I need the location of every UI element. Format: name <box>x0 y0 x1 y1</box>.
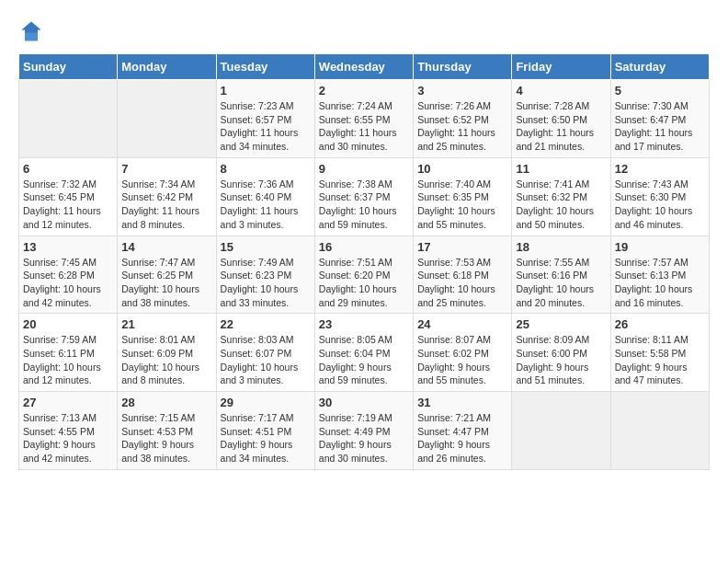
calendar-table: SundayMondayTuesdayWednesdayThursdayFrid… <box>18 53 710 470</box>
calendar-header: SundayMondayTuesdayWednesdayThursdayFrid… <box>19 54 710 80</box>
day-cell: 21Sunrise: 8:01 AM Sunset: 6:09 PM Dayli… <box>118 314 216 392</box>
day-info: Sunrise: 7:26 AM Sunset: 6:52 PM Dayligh… <box>417 99 507 154</box>
day-number: 18 <box>516 240 606 254</box>
day-info: Sunrise: 8:01 AM Sunset: 6:09 PM Dayligh… <box>121 333 211 387</box>
day-info: Sunrise: 7:53 AM Sunset: 6:18 PM Dayligh… <box>417 256 507 310</box>
day-cell <box>610 392 709 470</box>
day-cell: 5Sunrise: 7:30 AM Sunset: 6:47 PM Daylig… <box>610 80 709 158</box>
day-cell: 16Sunrise: 7:51 AM Sunset: 6:20 PM Dayli… <box>314 236 413 314</box>
day-cell: 2Sunrise: 7:24 AM Sunset: 6:55 PM Daylig… <box>314 80 413 158</box>
week-row-4: 20Sunrise: 7:59 AM Sunset: 6:11 PM Dayli… <box>19 314 710 392</box>
day-number: 15 <box>221 240 311 254</box>
day-number: 19 <box>615 240 705 254</box>
day-info: Sunrise: 7:30 AM Sunset: 6:47 PM Dayligh… <box>615 99 705 154</box>
column-header-saturday: Saturday <box>610 54 709 80</box>
column-header-friday: Friday <box>512 54 610 80</box>
day-info: Sunrise: 7:34 AM Sunset: 6:42 PM Dayligh… <box>121 178 211 232</box>
day-number: 3 <box>417 84 507 98</box>
day-cell: 19Sunrise: 7:57 AM Sunset: 6:13 PM Dayli… <box>610 236 709 314</box>
day-info: Sunrise: 7:23 AM Sunset: 6:57 PM Dayligh… <box>221 99 311 154</box>
week-row-2: 6Sunrise: 7:32 AM Sunset: 6:45 PM Daylig… <box>19 157 710 236</box>
day-cell: 30Sunrise: 7:19 AM Sunset: 4:49 PM Dayli… <box>314 392 413 470</box>
day-cell <box>19 80 118 158</box>
day-info: Sunrise: 7:21 AM Sunset: 4:47 PM Dayligh… <box>417 411 507 465</box>
week-row-5: 27Sunrise: 7:13 AM Sunset: 4:55 PM Dayli… <box>19 392 710 470</box>
day-cell: 9Sunrise: 7:38 AM Sunset: 6:37 PM Daylig… <box>314 157 413 236</box>
day-cell: 11Sunrise: 7:41 AM Sunset: 6:32 PM Dayli… <box>512 157 610 236</box>
day-cell: 20Sunrise: 7:59 AM Sunset: 6:11 PM Dayli… <box>19 314 118 392</box>
day-cell: 10Sunrise: 7:40 AM Sunset: 6:35 PM Dayli… <box>414 157 512 236</box>
day-cell: 28Sunrise: 7:15 AM Sunset: 4:53 PM Dayli… <box>118 392 216 470</box>
day-cell: 8Sunrise: 7:36 AM Sunset: 6:40 PM Daylig… <box>216 157 314 236</box>
day-info: Sunrise: 7:15 AM Sunset: 4:53 PM Dayligh… <box>121 411 211 465</box>
day-cell: 24Sunrise: 8:07 AM Sunset: 6:02 PM Dayli… <box>414 314 512 392</box>
page-header <box>18 18 710 44</box>
day-cell: 31Sunrise: 7:21 AM Sunset: 4:47 PM Dayli… <box>414 392 512 470</box>
day-info: Sunrise: 7:57 AM Sunset: 6:13 PM Dayligh… <box>615 256 705 310</box>
column-header-monday: Monday <box>118 54 216 80</box>
column-header-thursday: Thursday <box>414 54 512 80</box>
day-info: Sunrise: 7:59 AM Sunset: 6:11 PM Dayligh… <box>23 333 113 387</box>
day-cell <box>512 392 610 470</box>
day-info: Sunrise: 8:11 AM Sunset: 5:58 PM Dayligh… <box>615 333 705 387</box>
day-number: 22 <box>221 317 311 331</box>
day-number: 5 <box>615 84 705 98</box>
day-number: 26 <box>615 317 705 331</box>
day-cell: 3Sunrise: 7:26 AM Sunset: 6:52 PM Daylig… <box>414 80 512 158</box>
day-info: Sunrise: 8:03 AM Sunset: 6:07 PM Dayligh… <box>221 333 311 387</box>
day-number: 23 <box>319 317 409 331</box>
day-info: Sunrise: 7:38 AM Sunset: 6:37 PM Dayligh… <box>319 178 409 232</box>
day-info: Sunrise: 7:45 AM Sunset: 6:28 PM Dayligh… <box>23 256 113 310</box>
day-cell: 27Sunrise: 7:13 AM Sunset: 4:55 PM Dayli… <box>19 392 118 470</box>
day-cell: 12Sunrise: 7:43 AM Sunset: 6:30 PM Dayli… <box>610 157 709 236</box>
day-cell: 22Sunrise: 8:03 AM Sunset: 6:07 PM Dayli… <box>216 314 314 392</box>
day-number: 4 <box>516 84 606 98</box>
day-cell: 4Sunrise: 7:28 AM Sunset: 6:50 PM Daylig… <box>512 80 610 158</box>
day-number: 13 <box>23 240 113 254</box>
day-info: Sunrise: 8:07 AM Sunset: 6:02 PM Dayligh… <box>417 333 507 387</box>
day-number: 2 <box>319 84 409 98</box>
day-info: Sunrise: 7:47 AM Sunset: 6:25 PM Dayligh… <box>121 256 211 310</box>
day-cell: 13Sunrise: 7:45 AM Sunset: 6:28 PM Dayli… <box>19 236 118 314</box>
logo-icon <box>18 18 44 44</box>
day-info: Sunrise: 8:09 AM Sunset: 6:00 PM Dayligh… <box>516 333 606 387</box>
day-number: 9 <box>319 162 409 176</box>
day-cell: 25Sunrise: 8:09 AM Sunset: 6:00 PM Dayli… <box>512 314 610 392</box>
day-number: 25 <box>516 317 606 331</box>
day-cell: 6Sunrise: 7:32 AM Sunset: 6:45 PM Daylig… <box>19 157 118 236</box>
day-info: Sunrise: 7:28 AM Sunset: 6:50 PM Dayligh… <box>516 99 606 154</box>
day-info: Sunrise: 7:55 AM Sunset: 6:16 PM Dayligh… <box>516 256 606 310</box>
day-info: Sunrise: 7:24 AM Sunset: 6:55 PM Dayligh… <box>319 99 409 154</box>
day-info: Sunrise: 7:49 AM Sunset: 6:23 PM Dayligh… <box>221 256 311 310</box>
day-number: 6 <box>23 162 113 176</box>
day-info: Sunrise: 7:51 AM Sunset: 6:20 PM Dayligh… <box>319 256 409 310</box>
day-cell: 14Sunrise: 7:47 AM Sunset: 6:25 PM Dayli… <box>118 236 216 314</box>
day-cell: 7Sunrise: 7:34 AM Sunset: 6:42 PM Daylig… <box>118 157 216 236</box>
day-cell: 18Sunrise: 7:55 AM Sunset: 6:16 PM Dayli… <box>512 236 610 314</box>
day-cell: 15Sunrise: 7:49 AM Sunset: 6:23 PM Dayli… <box>216 236 314 314</box>
day-info: Sunrise: 7:17 AM Sunset: 4:51 PM Dayligh… <box>221 411 311 465</box>
day-number: 12 <box>615 162 705 176</box>
day-number: 31 <box>417 396 507 409</box>
day-info: Sunrise: 7:43 AM Sunset: 6:30 PM Dayligh… <box>615 178 705 232</box>
day-number: 29 <box>221 396 311 409</box>
day-cell <box>118 80 216 158</box>
header-row: SundayMondayTuesdayWednesdayThursdayFrid… <box>19 54 710 80</box>
day-info: Sunrise: 7:32 AM Sunset: 6:45 PM Dayligh… <box>23 178 113 232</box>
day-cell: 1Sunrise: 7:23 AM Sunset: 6:57 PM Daylig… <box>216 80 314 158</box>
column-header-wednesday: Wednesday <box>314 54 413 80</box>
day-number: 16 <box>319 240 409 254</box>
day-info: Sunrise: 7:19 AM Sunset: 4:49 PM Dayligh… <box>319 411 409 465</box>
day-cell: 26Sunrise: 8:11 AM Sunset: 5:58 PM Dayli… <box>610 314 709 392</box>
day-info: Sunrise: 7:40 AM Sunset: 6:35 PM Dayligh… <box>417 178 507 232</box>
day-number: 8 <box>221 162 311 176</box>
day-number: 24 <box>417 317 507 331</box>
day-cell: 23Sunrise: 8:05 AM Sunset: 6:04 PM Dayli… <box>314 314 413 392</box>
day-info: Sunrise: 7:13 AM Sunset: 4:55 PM Dayligh… <box>23 411 113 465</box>
week-row-3: 13Sunrise: 7:45 AM Sunset: 6:28 PM Dayli… <box>19 236 710 314</box>
day-number: 28 <box>121 396 211 409</box>
day-number: 20 <box>23 317 113 331</box>
week-row-1: 1Sunrise: 7:23 AM Sunset: 6:57 PM Daylig… <box>19 80 710 158</box>
day-cell: 17Sunrise: 7:53 AM Sunset: 6:18 PM Dayli… <box>414 236 512 314</box>
day-info: Sunrise: 7:41 AM Sunset: 6:32 PM Dayligh… <box>516 178 606 232</box>
